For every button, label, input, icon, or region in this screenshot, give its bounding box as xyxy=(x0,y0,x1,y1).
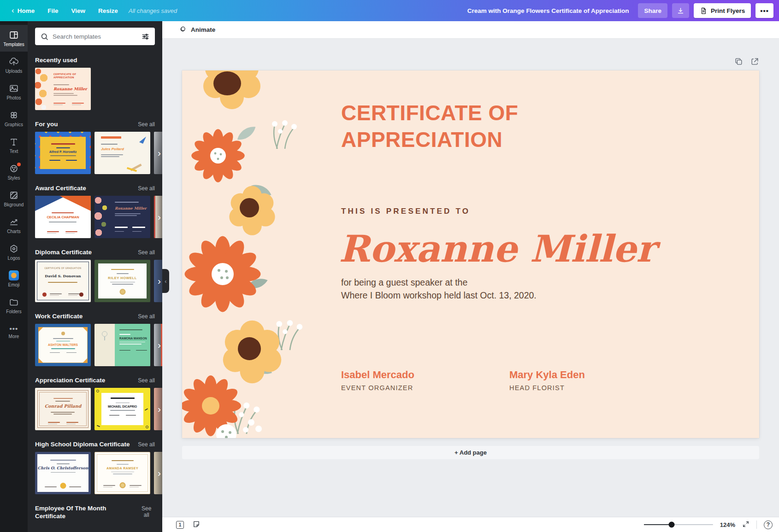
rail-item-uploads[interactable]: Uploads xyxy=(0,52,28,78)
fullscreen-icon xyxy=(742,520,749,528)
rail-item-text[interactable]: Text xyxy=(0,132,28,158)
search-input[interactable] xyxy=(53,33,137,40)
search-box xyxy=(35,28,155,45)
template-thumb-classic-diploma[interactable]: CERTIFICATE OF GRADUATION David S. Donov… xyxy=(35,260,91,302)
rail-item-background[interactable]: Bkground xyxy=(0,185,28,212)
more-options-button[interactable]: ••• xyxy=(755,3,773,18)
seal-graphic xyxy=(42,292,47,297)
more-horizontal-icon: ••• xyxy=(760,7,769,14)
context-toolbar: Animate xyxy=(162,21,779,39)
rail-item-charts[interactable]: Charts xyxy=(0,212,28,239)
scroll-right-chevron[interactable]: › xyxy=(158,339,161,351)
tree-graphic xyxy=(102,331,107,337)
top-bar-actions: Cream with Orange Flowers Certificate of… xyxy=(467,3,773,18)
fullscreen-button[interactable] xyxy=(742,520,749,529)
scroll-right-chevron[interactable]: › xyxy=(158,211,161,222)
home-button[interactable]: ‹ Home xyxy=(6,4,41,18)
sidebar-rail: Templates Uploads Photos Graphics Text xyxy=(0,21,28,532)
see-all-link[interactable]: See all xyxy=(138,441,155,448)
template-thumb-yellow-doodle[interactable]: MICHAEL DICAPRIO xyxy=(94,388,150,430)
share-page-button[interactable] xyxy=(750,57,759,67)
rail-item-photos[interactable]: Photos xyxy=(0,78,28,105)
section-title: Award Certificate xyxy=(35,184,86,192)
background-icon xyxy=(9,190,19,200)
certificate-page[interactable]: CERTIFICATE OF APPRECIATION THIS IS PRES… xyxy=(182,70,759,438)
page-list-button[interactable]: 1 xyxy=(176,521,184,529)
duplicate-page-icon xyxy=(734,57,743,66)
download-button[interactable] xyxy=(672,3,689,18)
section-title: Work Certificate xyxy=(35,312,83,320)
zoom-slider-thumb[interactable] xyxy=(668,522,674,528)
resize-menu[interactable]: Resize xyxy=(92,4,124,18)
rail-item-emoji[interactable]: Emoji xyxy=(0,265,28,292)
flyer-icon xyxy=(700,7,708,15)
share-button[interactable]: Share xyxy=(638,3,667,18)
see-all-link[interactable]: See all xyxy=(138,249,155,256)
rail-item-logos[interactable]: Logos xyxy=(0,239,28,265)
view-menu[interactable]: View xyxy=(65,4,91,18)
template-thumb-blue-gold[interactable]: ASHTON WALTERS xyxy=(35,324,91,366)
home-label: Home xyxy=(18,7,35,14)
filter-icon[interactable] xyxy=(141,32,150,41)
workspace: Templates Uploads Photos Graphics Text xyxy=(0,21,779,532)
zoom-slider[interactable] xyxy=(644,524,713,525)
scroll-right-chevron[interactable]: › xyxy=(158,147,161,158)
rail-item-templates[interactable]: Templates xyxy=(0,25,28,52)
see-all-link[interactable]: See all xyxy=(138,185,155,192)
help-button[interactable]: ? xyxy=(764,520,773,529)
rail-item-folders[interactable]: Folders xyxy=(0,292,28,319)
template-thumb-navy-floral[interactable]: Roxanne Miller xyxy=(94,196,150,238)
signature-block-left[interactable]: Isabel Mercado EVENT ORGANIZER xyxy=(341,369,414,392)
logos-icon xyxy=(9,244,19,254)
rail-item-styles[interactable]: Styles xyxy=(0,158,28,185)
templates-icon xyxy=(9,30,19,40)
scroll-right-chevron[interactable]: › xyxy=(158,468,161,479)
gold-seal-graphic xyxy=(119,482,125,488)
see-all-link[interactable]: See all xyxy=(138,377,155,384)
scroll-right-chevron[interactable]: › xyxy=(158,403,161,415)
panel-collapse-handle[interactable]: ‹ xyxy=(162,269,169,293)
notes-button[interactable] xyxy=(192,520,201,530)
zoom-level: 124% xyxy=(720,521,735,528)
certificate-body-text[interactable]: for being a guest speaker at the Where I… xyxy=(341,276,537,302)
add-page-button[interactable]: + Add page xyxy=(182,446,759,459)
duplicate-page-button[interactable] xyxy=(734,57,743,67)
section-title: For you xyxy=(35,120,58,128)
animate-icon xyxy=(178,25,187,34)
document-title[interactable]: Cream with Orange Flowers Certificate of… xyxy=(467,7,629,14)
template-thumb-teal-split[interactable]: RAMONA MANSON xyxy=(94,324,150,366)
certificate-title[interactable]: CERTIFICATE OF APPRECIATION xyxy=(341,100,558,153)
autosave-status: All changes saved xyxy=(129,7,177,14)
rail-item-more[interactable]: ••• More xyxy=(0,319,28,345)
template-thumb-ornate-cream[interactable]: Conrad Pilland xyxy=(35,388,91,430)
doodle xyxy=(146,426,148,428)
see-all-link[interactable]: See all xyxy=(138,505,155,518)
certificate-recipient-name[interactable]: Roxanne Miller xyxy=(339,227,655,270)
animate-button[interactable]: Animate xyxy=(178,25,215,34)
template-thumb-dotted-blue[interactable]: Alfred P. Horowitz xyxy=(35,132,91,174)
section-title: Appreciation Certificate xyxy=(35,376,105,384)
see-all-link[interactable]: See all xyxy=(138,313,155,320)
section-diploma-certificate: Diploma Certificate See all CERTIFICATE … xyxy=(35,248,162,302)
canva-editor: ‹ Home File View Resize All changes save… xyxy=(0,0,779,532)
section-title: Diploma Certificate xyxy=(35,248,92,256)
see-all-link[interactable]: See all xyxy=(138,121,155,128)
signature-block-right[interactable]: Mary Kyla Eden HEAD FLORIST xyxy=(509,369,585,392)
template-thumb-cream-floral[interactable]: CERTIFICATE OF APPRECIATION Roxanne Mill… xyxy=(35,68,91,110)
notes-icon xyxy=(192,520,201,528)
scroll-right-chevron[interactable]: › xyxy=(158,275,161,286)
graphics-icon xyxy=(9,110,19,120)
print-flyers-button[interactable]: Print Flyers xyxy=(694,3,751,18)
template-thumb-school-supplies[interactable]: Jules Pollard xyxy=(94,132,150,174)
template-thumb-laurel-gold[interactable]: AMANDA RAMSEY xyxy=(94,452,150,494)
template-thumb-green-gold[interactable]: RILEY HOWELL xyxy=(94,260,150,302)
charts-icon xyxy=(9,217,19,227)
file-menu[interactable]: File xyxy=(41,4,64,18)
certificate-presented-label[interactable]: THIS IS PRESENTED TO xyxy=(341,207,470,216)
template-thumb-triangles[interactable]: CECILIA CHAPMAN xyxy=(35,196,91,238)
more-icon: ••• xyxy=(10,325,18,332)
page-number: 1 xyxy=(179,522,182,527)
template-thumb-navy-frame[interactable]: Chris O. Christofferson xyxy=(35,452,91,494)
rail-item-graphics[interactable]: Graphics xyxy=(0,105,28,132)
doodle xyxy=(97,425,100,427)
